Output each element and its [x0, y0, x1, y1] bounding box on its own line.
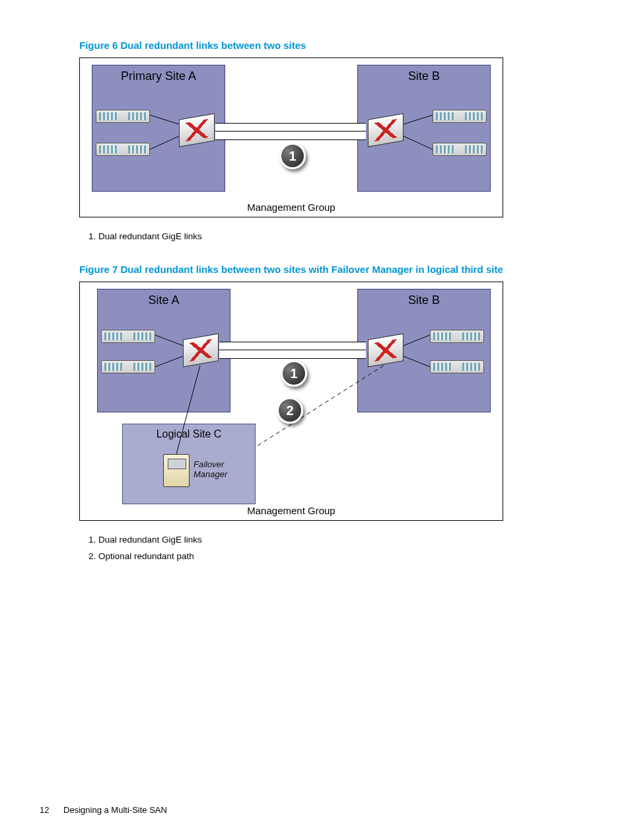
- logical-site-c-title: Logical Site C: [123, 428, 255, 440]
- storage-node-icon: [101, 330, 155, 343]
- site-b-title: Site B: [358, 293, 490, 307]
- failover-manager-label: Failover Manager: [193, 459, 227, 480]
- callout-badge-1: 1: [281, 360, 307, 387]
- legend-item: 2. Optional redundant path: [88, 548, 551, 565]
- figure-7-caption: Figure 7 Dual redundant links between tw…: [79, 264, 551, 275]
- redundant-link-icon: [215, 131, 366, 140]
- storage-node-icon: [433, 110, 487, 123]
- figure-6-diagram: Primary Site A Site B 1 Management Group: [79, 57, 503, 217]
- failover-manager-server-icon: [163, 454, 190, 487]
- figure-7-diagram: Site A Site B Logical Site C Failover Ma…: [79, 282, 503, 521]
- legend-item: 1. Dual redundant GigE links: [88, 228, 551, 245]
- management-group-label: Management Group: [80, 505, 503, 516]
- storage-node-icon: [96, 143, 150, 156]
- redundant-link-icon: [219, 350, 366, 359]
- storage-node-icon: [433, 143, 487, 156]
- management-group-label: Management Group: [80, 202, 503, 213]
- storage-node-icon: [430, 360, 484, 373]
- figure-6-legend: 1. Dual redundant GigE links: [88, 228, 551, 245]
- site-a-title: Primary Site A: [92, 69, 225, 83]
- figure-6-caption: Figure 6 Dual redundant links between tw…: [79, 40, 551, 51]
- figure-7-legend: 1. Dual redundant GigE links 2. Optional…: [88, 531, 551, 565]
- site-b-title: Site B: [358, 69, 490, 83]
- callout-badge-1: 1: [279, 143, 306, 169]
- callout-badge-2: 2: [277, 397, 303, 424]
- storage-node-icon: [101, 360, 155, 373]
- storage-node-icon: [96, 110, 150, 123]
- page-number: 12: [40, 805, 49, 815]
- storage-node-icon: [430, 330, 484, 343]
- legend-item: 1. Dual redundant GigE links: [88, 531, 551, 549]
- site-a-title: Site A: [98, 293, 230, 307]
- page-footer: 12 Designing a Multi-Site SAN: [40, 805, 167, 815]
- footer-section-title: Designing a Multi-Site SAN: [63, 805, 167, 815]
